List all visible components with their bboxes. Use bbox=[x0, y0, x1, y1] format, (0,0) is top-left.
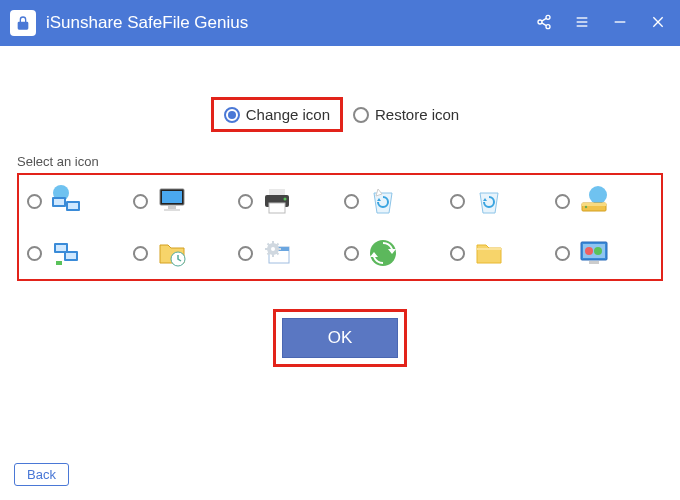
folder-icon bbox=[471, 235, 507, 271]
ok-button-wrap: OK bbox=[11, 309, 669, 367]
change-icon-label: Change icon bbox=[246, 106, 330, 123]
icon-option[interactable] bbox=[129, 233, 235, 273]
sync-icon bbox=[365, 235, 401, 271]
radio-unchecked-icon bbox=[344, 194, 359, 209]
ok-button-label: OK bbox=[328, 328, 353, 348]
minimize-icon[interactable] bbox=[612, 14, 628, 33]
restore-icon-radio[interactable]: Restore icon bbox=[343, 100, 469, 129]
svg-rect-20 bbox=[269, 203, 285, 213]
printer-icon bbox=[259, 183, 295, 219]
svg-point-2 bbox=[546, 24, 550, 28]
ok-button[interactable]: OK bbox=[282, 318, 398, 358]
svg-rect-18 bbox=[269, 189, 285, 195]
radio-unchecked-icon bbox=[238, 194, 253, 209]
icon-option[interactable] bbox=[446, 181, 552, 221]
icon-option[interactable] bbox=[551, 233, 657, 273]
icon-option[interactable] bbox=[234, 233, 340, 273]
radio-unchecked-icon bbox=[27, 194, 42, 209]
network-folder-icon bbox=[48, 235, 84, 271]
network-drive-icon bbox=[576, 183, 612, 219]
restore-icon-label: Restore icon bbox=[375, 106, 459, 123]
ok-highlight: OK bbox=[273, 309, 407, 367]
folder-history-icon bbox=[154, 235, 190, 271]
settings-gear-icon bbox=[259, 235, 295, 271]
monitor-icon bbox=[154, 183, 190, 219]
svg-rect-27 bbox=[56, 245, 66, 251]
icon-option[interactable] bbox=[129, 181, 235, 221]
recycle-bin-empty-icon bbox=[471, 183, 507, 219]
content-area: Change icon Restore icon Select an icon bbox=[0, 46, 680, 500]
network-computers-icon bbox=[48, 183, 84, 219]
icon-option[interactable] bbox=[446, 233, 552, 273]
svg-rect-17 bbox=[164, 209, 180, 211]
radio-unchecked-icon bbox=[133, 246, 148, 261]
svg-point-21 bbox=[284, 198, 287, 201]
svg-point-25 bbox=[585, 206, 587, 208]
share-icon[interactable] bbox=[536, 14, 552, 33]
app-window: iSunshare SafeFile Genius Change icon bbox=[0, 0, 680, 500]
radio-unchecked-icon bbox=[555, 246, 570, 261]
radio-unchecked-icon bbox=[27, 246, 42, 261]
back-button-label: Back bbox=[27, 467, 56, 482]
titlebar-controls bbox=[536, 14, 666, 33]
icon-option[interactable] bbox=[234, 181, 340, 221]
radio-unchecked-icon bbox=[344, 246, 359, 261]
svg-rect-29 bbox=[66, 253, 76, 259]
select-icon-label: Select an icon bbox=[11, 154, 669, 169]
radio-checked-icon bbox=[224, 107, 240, 123]
menu-icon[interactable] bbox=[574, 14, 590, 33]
icon-option[interactable] bbox=[340, 233, 446, 273]
radio-unchecked-icon bbox=[353, 107, 369, 123]
icon-grid bbox=[23, 181, 657, 273]
radio-unchecked-icon bbox=[238, 246, 253, 261]
icon-grid-highlight bbox=[17, 173, 663, 281]
radio-unchecked-icon bbox=[450, 246, 465, 261]
titlebar: iSunshare SafeFile Genius bbox=[0, 0, 680, 46]
mode-radio-row: Change icon Restore icon bbox=[11, 97, 669, 132]
svg-point-22 bbox=[589, 186, 607, 204]
svg-rect-15 bbox=[162, 191, 182, 203]
icon-option[interactable] bbox=[23, 233, 129, 273]
svg-rect-24 bbox=[582, 203, 606, 206]
radio-unchecked-icon bbox=[555, 194, 570, 209]
radio-unchecked-icon bbox=[133, 194, 148, 209]
svg-rect-12 bbox=[54, 199, 64, 205]
back-button[interactable]: Back bbox=[14, 463, 69, 486]
radio-unchecked-icon bbox=[450, 194, 465, 209]
svg-point-0 bbox=[546, 15, 550, 19]
recycle-bin-full-icon bbox=[365, 183, 401, 219]
svg-rect-13 bbox=[68, 203, 78, 209]
icon-option[interactable] bbox=[23, 181, 129, 221]
svg-rect-16 bbox=[168, 206, 176, 209]
icon-option[interactable] bbox=[340, 181, 446, 221]
control-panel-icon bbox=[576, 235, 612, 271]
svg-point-34 bbox=[271, 247, 275, 251]
icon-option[interactable] bbox=[551, 181, 657, 221]
svg-point-38 bbox=[585, 247, 593, 255]
app-title: iSunshare SafeFile Genius bbox=[46, 13, 536, 33]
svg-point-39 bbox=[594, 247, 602, 255]
svg-rect-40 bbox=[589, 261, 599, 264]
change-icon-radio[interactable]: Change icon bbox=[211, 97, 343, 132]
svg-point-1 bbox=[538, 20, 542, 24]
app-lock-icon bbox=[10, 10, 36, 36]
close-icon[interactable] bbox=[650, 14, 666, 33]
